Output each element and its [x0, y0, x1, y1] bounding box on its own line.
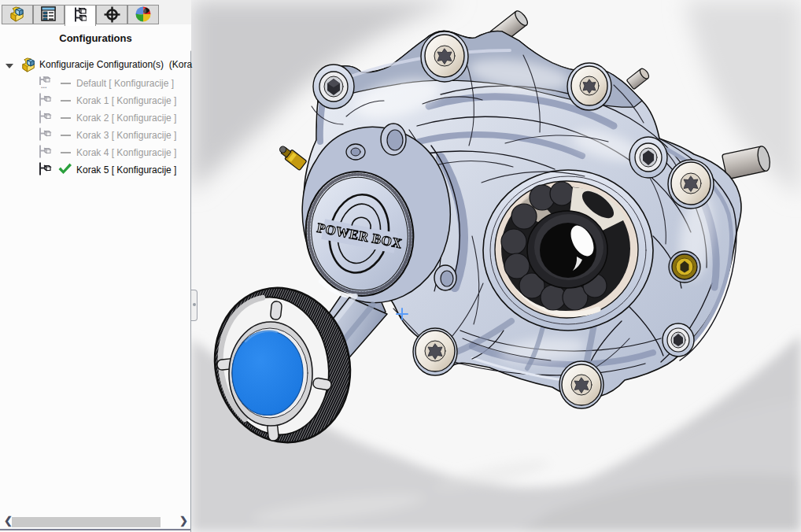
svg-text:...: ...: [41, 82, 47, 90]
